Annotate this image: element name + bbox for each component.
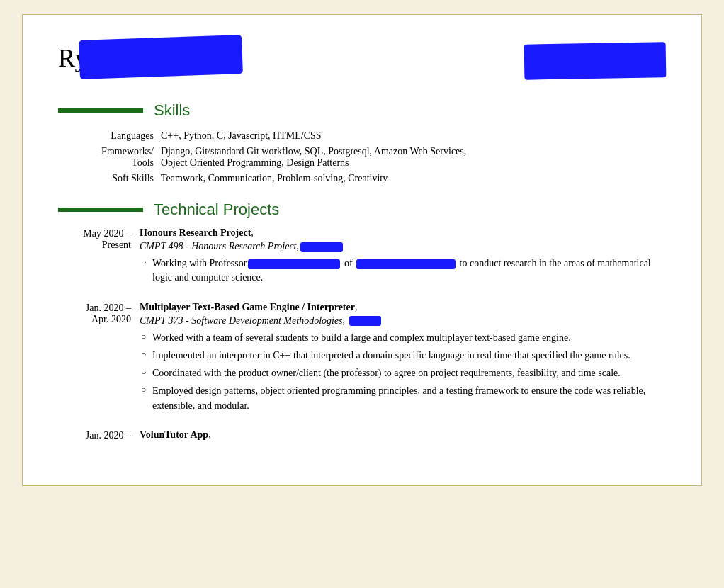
contact-redaction [524, 42, 667, 79]
honours-bullets: Working with Professor of to conduct res… [140, 256, 666, 285]
project-game-engine: Jan. 2020 – Apr. 2020 Multiplayer Text-B… [58, 302, 666, 417]
name-redaction [79, 35, 243, 79]
skills-header: Skills [58, 101, 666, 120]
project-game-date: Jan. 2020 – Apr. 2020 [58, 302, 140, 417]
honours-course-redact [300, 242, 343, 252]
frameworks-label: Frameworks/Tools [58, 144, 157, 171]
game-title: Multiplayer Text-Based Game Engine / Int… [140, 302, 355, 312]
game-date-start: Jan. 2020 – [86, 303, 131, 313]
game-bullet-2: Implemented an interpreter in C++ that i… [140, 349, 666, 363]
languages-label: Languages [58, 128, 157, 144]
projects-section: Technical Projects May 2020 – Present Ho… [58, 200, 666, 443]
projects-header: Technical Projects [58, 200, 666, 219]
projects-bar [58, 208, 143, 212]
project-honours-content: Honours Research Project, CMPT 498 - Hon… [140, 227, 666, 289]
project-voluntutor-content: VolunTutor App, [140, 429, 666, 443]
skills-section: Skills Languages C++, Python, C, Javascr… [58, 101, 666, 186]
professor-redact [248, 259, 340, 269]
honours-bullet-1: Working with Professor of to conduct res… [140, 256, 666, 285]
voluntutor-date-start: Jan. 2020 – [86, 430, 131, 441]
project-voluntutor: Jan. 2020 – VolunTutor App, [58, 429, 666, 443]
institution-redact [356, 259, 456, 269]
game-bullets: Worked with a team of several students t… [140, 331, 666, 413]
skills-row-frameworks: Frameworks/Tools Django, Git/standard Gi… [58, 144, 666, 171]
project-honours: May 2020 – Present Honours Research Proj… [58, 227, 666, 289]
game-course: CMPT 373 - Software Development Methodol… [140, 315, 666, 327]
skills-title: Skills [154, 101, 190, 120]
project-voluntutor-date: Jan. 2020 – [58, 429, 140, 443]
languages-value: C++, Python, C, Javascript, HTML/CSS [157, 128, 666, 144]
game-bullet-1: Worked with a team of several students t… [140, 331, 666, 345]
contact-info [524, 43, 666, 79]
soft-skills-value: Teamwork, Communication, Problem-solving… [157, 171, 666, 186]
project-honours-date: May 2020 – Present [58, 227, 140, 289]
honours-course: CMPT 498 - Honours Research Project, [140, 241, 666, 252]
project-game-content: Multiplayer Text-Based Game Engine / Int… [140, 302, 666, 417]
resume-container: Rya Skills Languages C++, Python, C, Jav… [22, 14, 702, 486]
game-bullet-3: Coordinated with the product owner/clien… [140, 366, 666, 380]
voluntutor-title: VolunTutor App [140, 429, 208, 440]
header: Rya [58, 43, 666, 80]
skills-row-soft: Soft Skills Teamwork, Communication, Pro… [58, 171, 666, 186]
skills-bar [58, 108, 143, 113]
game-title-line: Multiplayer Text-Based Game Engine / Int… [140, 302, 666, 313]
voluntutor-title-line: VolunTutor App, [140, 429, 666, 441]
game-course-redact [349, 316, 381, 326]
honours-title: Honours Research Project [140, 227, 251, 238]
soft-skills-label: Soft Skills [58, 171, 157, 186]
game-bullet-4: Employed design patterns, object oriente… [140, 384, 666, 413]
frameworks-value: Django, Git/standard Git workflow, SQL, … [157, 144, 666, 171]
skills-table: Languages C++, Python, C, Javascript, HT… [58, 128, 666, 186]
projects-title: Technical Projects [154, 200, 279, 219]
honours-title-line: Honours Research Project, [140, 227, 666, 239]
skills-row-languages: Languages C++, Python, C, Javascript, HT… [58, 128, 666, 144]
honours-date-end: Present [102, 239, 131, 250]
game-date-end: Apr. 2020 [91, 314, 131, 324]
honours-date-start: May 2020 – [83, 228, 131, 239]
